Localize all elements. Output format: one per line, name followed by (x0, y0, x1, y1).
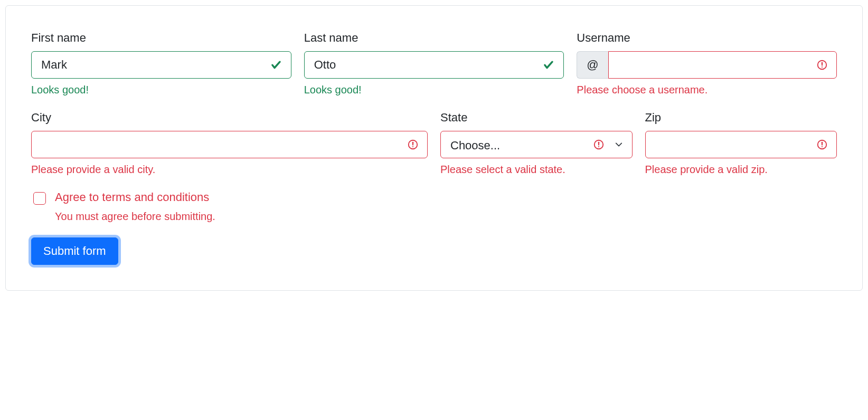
username-input-group: @ (577, 51, 837, 79)
terms-label[interactable]: Agree to terms and conditions (55, 190, 215, 204)
first-name-input[interactable] (31, 51, 291, 79)
zip-input[interactable] (645, 131, 837, 158)
last-name-feedback: Looks good! (304, 84, 564, 96)
form-group-state: State Choose... Please select a valid st… (440, 111, 633, 176)
form-group-first-name: First name Looks good! (31, 31, 291, 96)
validation-form-card: First name Looks good! Last name Looks g… (5, 5, 863, 291)
city-feedback: Please provide a valid city. (31, 164, 428, 176)
username-addon: @ (577, 51, 608, 79)
last-name-label: Last name (304, 31, 564, 45)
state-select[interactable]: Choose... (440, 131, 633, 158)
zip-feedback: Please provide a valid zip. (645, 164, 837, 176)
form-row-2: City Please provide a valid city. State … (31, 111, 837, 176)
form-check-terms: Agree to terms and conditions You must a… (31, 190, 837, 223)
form-group-zip: Zip Please provide a valid zip. (645, 111, 837, 176)
submit-button[interactable]: Submit form (31, 237, 118, 265)
terms-body: Agree to terms and conditions You must a… (55, 190, 215, 223)
city-input[interactable] (31, 131, 428, 158)
username-label: Username (577, 31, 837, 45)
terms-checkbox[interactable] (33, 192, 46, 205)
zip-label: Zip (645, 111, 837, 125)
form-group-last-name: Last name Looks good! (304, 31, 564, 96)
state-label: State (440, 111, 633, 125)
terms-feedback: You must agree before submitting. (55, 211, 215, 223)
username-feedback: Please choose a username. (577, 84, 837, 96)
city-label: City (31, 111, 428, 125)
form-group-city: City Please provide a valid city. (31, 111, 428, 176)
state-feedback: Please select a valid state. (440, 164, 633, 176)
first-name-label: First name (31, 31, 291, 45)
last-name-input[interactable] (304, 51, 564, 79)
form-group-username: Username @ Please choose a username. (577, 31, 837, 96)
first-name-feedback: Looks good! (31, 84, 291, 96)
form-row-1: First name Looks good! Last name Looks g… (31, 31, 837, 96)
username-input[interactable] (608, 51, 837, 79)
